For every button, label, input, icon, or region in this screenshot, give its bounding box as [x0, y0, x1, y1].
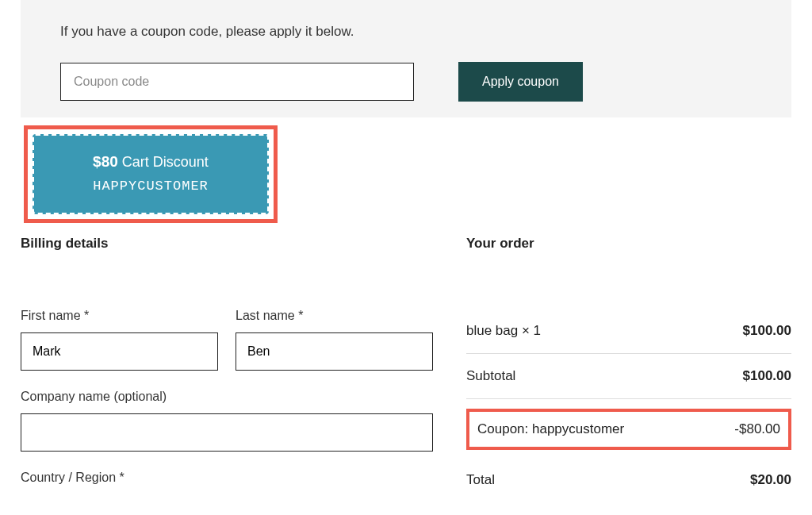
- first-name-input[interactable]: [21, 332, 218, 371]
- order-item-label: blue bag × 1: [466, 323, 541, 339]
- company-input[interactable]: [21, 413, 433, 452]
- order-coupon-label: Coupon: happycustomer: [477, 421, 624, 437]
- billing-section: Billing details First name * Last name *…: [21, 236, 433, 502]
- order-total-label: Total: [466, 472, 495, 488]
- order-total-row: Total $20.00: [466, 458, 791, 502]
- order-subtotal-row: Subtotal $100.00: [466, 354, 791, 399]
- ticket-amount: $80: [93, 153, 118, 170]
- first-name-label: First name *: [21, 309, 218, 323]
- last-name-label: Last name *: [236, 309, 433, 323]
- coupon-prompt: If you have a coupon code, please apply …: [60, 24, 752, 40]
- order-coupon-row-highlight: Coupon: happycustomer -$80.00: [466, 409, 791, 450]
- coupon-code-input[interactable]: [60, 63, 414, 101]
- order-coupon-price: -$80.00: [734, 421, 780, 437]
- coupon-banner: If you have a coupon code, please apply …: [21, 0, 791, 117]
- last-name-input[interactable]: [236, 332, 433, 371]
- order-total-price: $20.00: [750, 472, 791, 488]
- ticket-line1: $80 Cart Discount: [42, 153, 259, 171]
- company-label: Company name (optional): [21, 390, 433, 404]
- order-item-row: blue bag × 1 $100.00: [466, 309, 791, 354]
- billing-title: Billing details: [21, 236, 433, 252]
- country-label: Country / Region *: [21, 471, 433, 485]
- ticket-code: HAPPYCUSTOMER: [42, 179, 259, 194]
- order-section: Your order blue bag × 1 $100.00 Subtotal…: [466, 236, 791, 502]
- apply-coupon-button[interactable]: Apply coupon: [458, 62, 583, 102]
- order-title: Your order: [466, 236, 791, 252]
- order-subtotal-price: $100.00: [743, 368, 791, 384]
- coupon-form-row: Apply coupon: [60, 62, 752, 102]
- order-subtotal-label: Subtotal: [466, 368, 515, 384]
- coupon-ticket: $80 Cart Discount HAPPYCUSTOMER: [33, 134, 269, 214]
- coupon-ticket-highlight: $80 Cart Discount HAPPYCUSTOMER: [24, 125, 278, 223]
- ticket-label: Cart Discount: [122, 154, 209, 170]
- order-item-price: $100.00: [743, 323, 791, 339]
